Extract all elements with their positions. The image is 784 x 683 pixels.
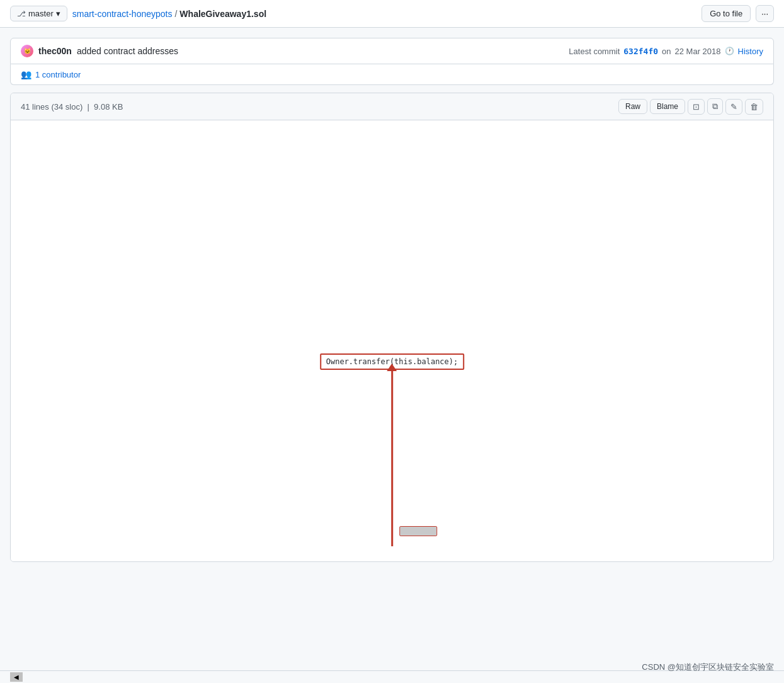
contributors-bar: 👥 1 contributor (10, 64, 774, 85)
file-size: 9.08 KB (94, 102, 123, 112)
contributors-count[interactable]: 1 contributor (35, 70, 81, 79)
breadcrumb: smart-contract-honeypots / WhaleGiveaway… (72, 9, 696, 19)
clock-icon: 🕐 (725, 47, 734, 55)
file-viewer: 41 lines (34 sloc) | 9.08 KB Raw Blame ⊡… (10, 93, 774, 562)
top-bar: ⎇ master ▾ smart-contract-honeypots / Wh… (0, 0, 784, 28)
contributors-icon: 👥 (21, 69, 31, 79)
breadcrumb-repo[interactable]: smart-contract-honeypots (72, 9, 173, 19)
avatar: 🐱 (21, 45, 33, 57)
commit-bar: 🐱 thec00n added contract addresses Lates… (10, 38, 774, 64)
branch-label: master (28, 9, 54, 18)
goto-file-button[interactable]: Go to file (702, 5, 751, 22)
main-container: 🐱 thec00n added contract addresses Lates… (0, 28, 784, 572)
copy-raw-icon[interactable]: ⧉ (707, 98, 723, 115)
branch-dropdown-icon: ▾ (56, 9, 60, 18)
breadcrumb-file: WhaleGiveaway1.sol (179, 9, 266, 19)
commit-right: Latest commit 632f4f0 on 22 Mar 2018 🕐 H… (569, 47, 763, 56)
file-info: 41 lines (34 sloc) | 9.08 KB (21, 102, 123, 112)
commit-message: added contract addresses (77, 46, 178, 56)
file-actions: Raw Blame ⊡ ⧉ ✎ 🗑 (618, 98, 763, 115)
breadcrumb-separator: / (174, 9, 177, 19)
scroll-indicator[interactable] (399, 526, 437, 536)
history-link[interactable]: History (738, 47, 763, 56)
file-lines: 41 lines (34 sloc) (21, 102, 82, 112)
code-area: Owner.transfer(this.balance); (11, 120, 773, 561)
edit-icon[interactable]: ✎ (725, 99, 742, 115)
file-header: 41 lines (34 sloc) | 9.08 KB Raw Blame ⊡… (11, 93, 773, 120)
commit-date: 22 Mar 2018 (675, 47, 721, 56)
annotation-arrow (391, 370, 393, 546)
branch-selector[interactable]: ⎇ master ▾ (10, 6, 67, 21)
blame-button[interactable]: Blame (650, 99, 685, 114)
commit-hash[interactable]: 632f4f0 (623, 47, 658, 56)
top-bar-actions: Go to file ··· (702, 5, 774, 22)
raw-button[interactable]: Raw (618, 99, 647, 114)
commit-left: 🐱 thec00n added contract addresses (21, 45, 178, 57)
branch-icon: ⎇ (17, 9, 26, 18)
delete-icon[interactable]: 🗑 (745, 99, 763, 115)
more-options-button[interactable]: ··· (756, 5, 774, 22)
commit-author[interactable]: thec00n (38, 46, 72, 56)
commit-date-prefix: on (662, 47, 671, 56)
annotation-container: Owner.transfer(this.balance); (320, 353, 465, 546)
latest-commit-label: Latest commit (569, 47, 620, 56)
display-mode-icon[interactable]: ⊡ (688, 99, 705, 115)
